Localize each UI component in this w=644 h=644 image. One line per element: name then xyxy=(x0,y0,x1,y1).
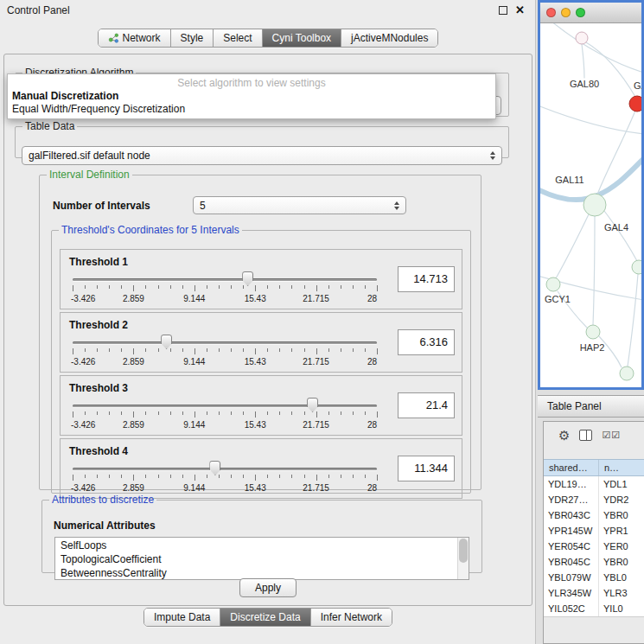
table-row[interactable]: YIL052CYIL0 xyxy=(544,601,644,616)
threshold-slider[interactable]: -3.4262.8599.14415.4321.71528 xyxy=(73,460,377,496)
table-cell: YPR1 xyxy=(599,523,644,539)
tab-style[interactable]: Style xyxy=(171,29,214,47)
number-of-intervals-label: Number of Intervals xyxy=(53,200,150,212)
attribute-item[interactable]: SelfLoops xyxy=(55,539,457,552)
tab-network[interactable]: Network xyxy=(99,29,171,47)
minimize-traffic-light-icon[interactable] xyxy=(561,8,571,17)
slider-track[interactable] xyxy=(73,278,377,281)
numerical-attributes-label: Numerical Attributes xyxy=(54,520,156,532)
scrollbar-thumb[interactable] xyxy=(459,539,468,563)
network-canvas[interactable]: GAL80GAGAL11GAL4GCY1HAP2 xyxy=(540,23,641,386)
table-row[interactable]: YDL19…YDL1 xyxy=(544,476,644,492)
network-edge[interactable] xyxy=(582,44,584,78)
network-node-label[interactable]: GCY1 xyxy=(545,294,571,304)
network-node-label[interactable]: GA xyxy=(634,80,641,91)
close-window-icon[interactable]: ✕ xyxy=(515,3,525,16)
tab-label: Cyni Toolbox xyxy=(272,32,331,44)
dropdown-prompt: Select algorithm to view settings xyxy=(8,74,495,90)
slider-track[interactable] xyxy=(73,405,377,407)
slider-track[interactable] xyxy=(73,468,377,470)
network-node[interactable] xyxy=(620,367,634,380)
network-node[interactable] xyxy=(629,96,641,112)
tab-jactivemnodules[interactable]: jActiveMNodules xyxy=(341,29,437,47)
network-edge[interactable] xyxy=(628,274,638,367)
stepper-arrows-icon[interactable] xyxy=(487,151,499,160)
network-node-label[interactable]: HAP2 xyxy=(580,342,605,353)
table-row[interactable]: YLR345WYLR3 xyxy=(544,585,644,601)
network-node[interactable] xyxy=(586,325,600,339)
threshold-value-field[interactable]: 6.316 xyxy=(398,329,455,355)
slider-thumb[interactable] xyxy=(161,335,172,349)
table-cell: YDL1 xyxy=(599,476,644,492)
table-row[interactable]: YER054CYER0 xyxy=(544,539,644,554)
dropdown-option-equal-width-frequency-discretization[interactable]: Equal Width/Frequency Discretization xyxy=(8,103,495,116)
threshold-value-field[interactable]: 14.713 xyxy=(398,266,455,292)
table-cell: YER0 xyxy=(599,539,644,554)
network-node-label[interactable]: GAL80 xyxy=(570,79,599,89)
zoom-traffic-light-icon[interactable] xyxy=(576,8,585,17)
table-data-select[interactable]: galFiltered.sif default node xyxy=(22,146,502,165)
scale-label: 15.43 xyxy=(245,420,266,430)
stepper-arrows-icon[interactable] xyxy=(391,201,403,210)
network-edge[interactable] xyxy=(540,105,641,134)
apply-button[interactable]: Apply xyxy=(239,578,296,597)
table-row[interactable]: YBR045CYBR0 xyxy=(544,554,644,570)
top-tab-bar: NetworkStyleSelectCyni ToolboxjActiveMNo… xyxy=(0,29,536,48)
gear-icon[interactable]: ⚙ xyxy=(558,429,570,442)
float-window-icon[interactable] xyxy=(499,6,507,15)
bottom-tab-impute-data[interactable]: Impute Data xyxy=(144,609,220,626)
threshold-value-field[interactable]: 21.4 xyxy=(398,392,455,418)
table-column-header-shared-[interactable]: shared… xyxy=(544,460,599,475)
table-row[interactable]: YBL079WYBL0 xyxy=(544,570,644,585)
tab-select[interactable]: Select xyxy=(214,29,262,47)
table-row[interactable]: YDR27…YDR2 xyxy=(544,492,644,507)
threshold-slider[interactable]: -3.4262.8599.14415.4321.71528 xyxy=(73,397,377,433)
table-cell: YBR0 xyxy=(599,507,644,523)
thresholds-container: Threshold 1-3.4262.8599.14415.4321.71528… xyxy=(60,249,462,501)
dropdown-option-manual-discretization[interactable]: Manual Discretization xyxy=(8,90,495,103)
number-of-intervals-select[interactable]: 5 xyxy=(193,196,406,214)
network-node[interactable] xyxy=(632,260,641,274)
slider-thumb[interactable] xyxy=(242,271,253,286)
table-row[interactable]: YBR043CYBR0 xyxy=(544,507,644,523)
tab-group: NetworkStyleSelectCyni ToolboxjActiveMNo… xyxy=(98,29,439,48)
network-node[interactable] xyxy=(546,277,560,291)
threshold-slider[interactable]: -3.4262.8599.14415.4321.71528 xyxy=(73,271,377,307)
network-node[interactable] xyxy=(576,32,588,44)
network-node[interactable] xyxy=(583,194,606,216)
group-title: Table Data xyxy=(22,120,77,132)
slider-ticks xyxy=(73,411,377,418)
network-edge[interactable] xyxy=(551,23,641,73)
network-edge[interactable] xyxy=(593,216,595,325)
slider-thumb[interactable] xyxy=(209,461,220,475)
table-cell: YBR045C xyxy=(544,554,599,570)
bottom-tab-discretize-data[interactable]: Discretize Data xyxy=(220,609,310,626)
threshold-value-field[interactable]: 11.344 xyxy=(398,456,455,481)
bottom-tab-infer-network[interactable]: Infer Network xyxy=(311,609,392,626)
slider-thumb[interactable] xyxy=(307,398,318,412)
network-edge[interactable] xyxy=(556,214,589,278)
close-traffic-light-icon[interactable] xyxy=(546,8,556,17)
slider-track[interactable] xyxy=(73,341,377,344)
table-row[interactable]: YPR145WYPR1 xyxy=(544,523,644,539)
tab-label: jActiveMNodules xyxy=(351,32,428,44)
network-view-titlebar xyxy=(540,3,641,23)
attribute-item[interactable]: TopologicalCoefficient xyxy=(55,552,457,566)
numerical-attributes-list[interactable]: SelfLoopsTopologicalCoefficientBetweenne… xyxy=(54,537,469,580)
table-column-header-n-[interactable]: n… xyxy=(599,460,644,475)
threshold-slider[interactable]: -3.4262.8599.14415.4321.71528 xyxy=(73,334,377,370)
table-cell: YBR0 xyxy=(599,554,644,570)
network-edge[interactable] xyxy=(604,211,637,261)
table-cell: YDR27… xyxy=(544,492,599,507)
network-node-label[interactable]: GAL4 xyxy=(604,222,628,233)
scale-label: 15.43 xyxy=(245,357,266,367)
table-cell: YDR2 xyxy=(599,492,644,507)
tab-cyni-toolbox[interactable]: Cyni Toolbox xyxy=(263,29,341,47)
checkbox-icons[interactable]: ☑☑ xyxy=(602,430,621,440)
table-cell: YPR145W xyxy=(544,523,599,539)
scrollbar[interactable] xyxy=(457,538,469,579)
network-node-label[interactable]: GAL11 xyxy=(555,175,583,185)
scale-label: 2.859 xyxy=(123,483,144,493)
columns-icon[interactable] xyxy=(579,430,592,441)
slider-ticks xyxy=(73,285,377,292)
